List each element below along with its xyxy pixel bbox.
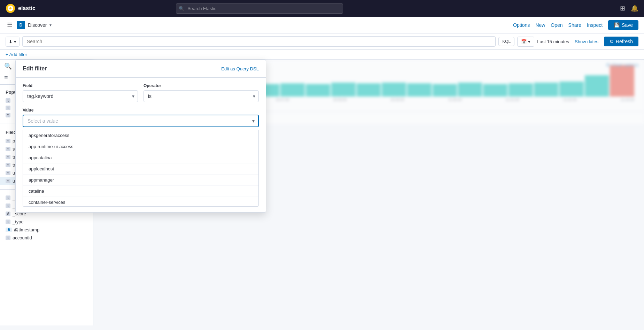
modal-body: Field tag.keyword ▾ Operator is bbox=[16, 78, 266, 212]
app-header: ☰ D Discover ▾ Options New Open Share In… bbox=[0, 17, 644, 33]
dropdown-item-label: appmanager bbox=[29, 177, 54, 183]
elastic-logo-icon bbox=[6, 3, 15, 13]
value-chevron-icon: ▾ bbox=[252, 118, 255, 124]
value-input-wrapper: ▾ bbox=[23, 115, 259, 127]
search-down-icon: ⬇ bbox=[9, 39, 13, 44]
elastic-wordmark: elastic bbox=[18, 5, 36, 11]
header-actions: Options New Open Share Inspect 💾 Save bbox=[513, 20, 638, 30]
modal-title: Edit filter bbox=[23, 66, 47, 72]
save-label: Save bbox=[622, 22, 633, 28]
field-label: Field bbox=[23, 83, 138, 88]
value-input[interactable] bbox=[23, 115, 258, 126]
new-link[interactable]: New bbox=[535, 22, 545, 28]
operator-select[interactable]: is bbox=[143, 90, 259, 102]
filter-bar: + Add filter bbox=[0, 50, 644, 60]
dropdown-item-label: container-services bbox=[29, 200, 65, 205]
save-button[interactable]: 💾 Save bbox=[608, 20, 638, 30]
refresh-icon: ↻ bbox=[610, 39, 614, 44]
app-dropdown-chevron[interactable]: ▾ bbox=[49, 23, 52, 28]
elastic-logo[interactable]: elastic bbox=[6, 3, 36, 13]
calendar-button[interactable]: 📅 ▾ bbox=[517, 37, 534, 47]
modal-overlay: Edit filter Edit as Query DSL Field tag.… bbox=[0, 60, 644, 325]
app-name: Discover bbox=[28, 22, 47, 28]
dropdown-item-appmanager[interactable]: appmanager bbox=[23, 175, 258, 186]
open-link[interactable]: Open bbox=[551, 22, 562, 28]
nav-right-icons: ⊞ 🔔 bbox=[620, 5, 638, 12]
dropdown-item-label: app-runtime-ui-access bbox=[29, 144, 73, 149]
search-toolbar: ⬇ ▾ KQL 📅 ▾ Last 15 minutes Show dates ↻… bbox=[0, 33, 644, 50]
dropdown-item-container-services[interactable]: container-services bbox=[23, 197, 258, 207]
svg-point-5 bbox=[9, 7, 11, 9]
value-dropdown-list: apkgeneratoraccess app-runtime-ui-access… bbox=[23, 130, 259, 207]
field-select-wrapper: tag.keyword ▾ bbox=[23, 90, 138, 102]
kql-badge[interactable]: KQL bbox=[498, 37, 514, 46]
bell-icon[interactable]: 🔔 bbox=[631, 5, 638, 12]
dropdown-item-catalina[interactable]: catalina bbox=[23, 186, 258, 197]
dropdown-item-app-runtime[interactable]: app-runtime-ui-access bbox=[23, 141, 258, 152]
edit-filter-modal: Edit filter Edit as Query DSL Field tag.… bbox=[15, 60, 266, 213]
share-link[interactable]: Share bbox=[568, 22, 581, 28]
operator-label: Operator bbox=[143, 83, 259, 88]
field-select[interactable]: tag.keyword bbox=[23, 90, 138, 102]
main-layout: 🔍 ≡ Popular ▾ t t t Fields bbox=[0, 60, 644, 325]
show-dates-link[interactable]: Show dates bbox=[575, 39, 598, 44]
grid-icon[interactable]: ⊞ bbox=[620, 5, 625, 12]
inspect-link[interactable]: Inspect bbox=[587, 22, 603, 28]
search-chevron-icon: ▾ bbox=[14, 39, 16, 44]
dropdown-item-label: applocalhost bbox=[29, 166, 54, 171]
options-link[interactable]: Options bbox=[513, 22, 530, 28]
time-range-label: Last 15 minutes bbox=[537, 39, 569, 44]
dropdown-item-label: appcatalina bbox=[29, 155, 52, 160]
save-icon: 💾 bbox=[614, 22, 620, 28]
add-filter-button[interactable]: + Add filter bbox=[6, 52, 27, 57]
cal-chevron: ▾ bbox=[528, 39, 530, 44]
refresh-label: Refresh bbox=[616, 39, 633, 44]
global-search-input[interactable] bbox=[176, 3, 343, 14]
edit-query-dsl-link[interactable]: Edit as Query DSL bbox=[221, 66, 259, 71]
dropdown-item-applocalhost[interactable]: applocalhost bbox=[23, 163, 258, 175]
dropdown-item-appcatalina[interactable]: appcatalina bbox=[23, 152, 258, 163]
hamburger-menu[interactable]: ☰ bbox=[6, 20, 14, 30]
value-section: Value ▾ bbox=[23, 108, 259, 127]
modal-header: Edit filter Edit as Query DSL bbox=[16, 60, 266, 78]
form-row-field-operator: Field tag.keyword ▾ Operator is bbox=[23, 83, 259, 102]
refresh-button[interactable]: ↻ Refresh bbox=[604, 37, 638, 46]
operator-group: Operator is ▾ bbox=[143, 83, 259, 102]
dropdown-item-label: apkgeneratoraccess bbox=[29, 133, 69, 138]
dropdown-item-label: catalina bbox=[29, 189, 44, 194]
dropdown-item-apkgeneratoraccess[interactable]: apkgeneratoraccess bbox=[23, 130, 258, 141]
operator-select-wrapper: is ▾ bbox=[143, 90, 259, 102]
field-group: Field tag.keyword ▾ bbox=[23, 83, 138, 102]
value-label: Value bbox=[23, 108, 259, 113]
search-icon: 🔍 bbox=[179, 6, 184, 11]
app-badge: D bbox=[17, 21, 25, 29]
calendar-icon: 📅 bbox=[521, 39, 527, 44]
search-input[interactable] bbox=[22, 36, 496, 47]
top-navigation: elastic 🔍 ⊞ 🔔 bbox=[0, 0, 644, 17]
search-type-button[interactable]: ⬇ ▾ bbox=[6, 37, 20, 47]
global-search-bar[interactable]: 🔍 bbox=[176, 3, 343, 14]
